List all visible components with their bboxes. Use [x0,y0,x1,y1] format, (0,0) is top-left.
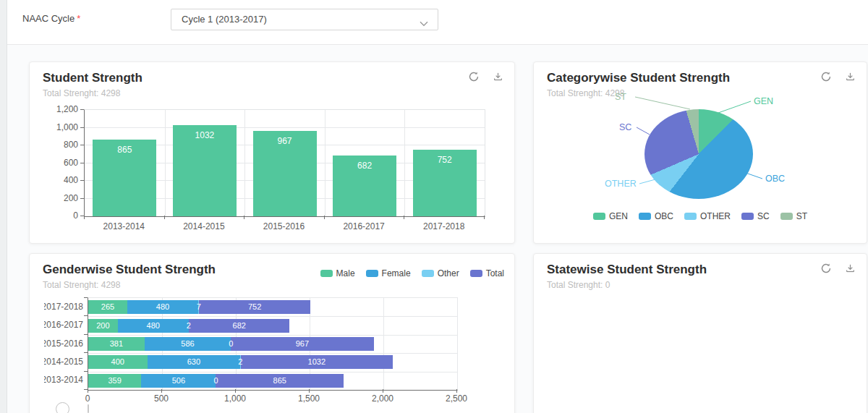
refresh-icon [820,263,832,277]
gender-chart[interactable]: 2654807752200480268238158609674006302103… [30,254,514,413]
y-axis-tick [84,352,88,353]
pie-slice-label: OTHER [605,179,637,189]
naac-cycle-select[interactable]: Cycle 1 (2013-2017) [171,9,438,30]
gridline [244,110,245,216]
clipped-circle-icon[interactable] [56,402,69,413]
legend-swatch [639,213,651,220]
y-axis-tick [84,389,88,390]
required-asterisk: * [77,13,80,24]
category-pie-chart[interactable]: GENOBCOTHERSCST [534,91,867,229]
bar[interactable]: 752 [413,150,477,216]
gridline [383,298,384,390]
x-axis-tick [84,216,85,219]
segment-value-label: 265 [101,302,114,312]
y-axis-category-text: 2015-2016 [44,338,83,349]
y-axis-tick [84,371,88,372]
x-axis-tick [88,389,88,393]
download-button[interactable] [843,264,856,276]
bar-value-label: 1032 [173,130,237,140]
genderwise-card: Genderwise Student Strength Total Streng… [29,253,515,413]
x-axis-tick-label: 0 [66,393,109,404]
gridline [85,127,485,128]
legend-item[interactable]: SC [741,211,770,221]
segment-value-label: 400 [111,357,124,367]
card-title: Categorywise Student Strength [547,71,730,85]
download-icon [845,71,856,85]
x-axis-tick [484,216,485,219]
y-axis-tick [84,334,88,335]
legend-swatch [780,213,793,220]
legend-label: ST [796,211,807,221]
category-legend: GENOBCOTHERSCST [534,211,867,221]
x-axis-tick [324,216,325,219]
card-subtitle: Total Strenght: 0 [547,280,610,290]
legend-item[interactable]: ST [780,211,807,221]
legend-item[interactable]: OBC [639,211,673,221]
pie-leader-line [639,179,655,184]
legend-item[interactable]: OTHER [684,211,731,221]
x-axis-label: 2014-2015 [164,221,244,231]
refresh-icon [820,71,832,85]
segment-value-label: 0 [229,339,233,349]
y-axis-category-label: 2016-2017 [44,319,83,331]
student-bar-plot[interactable]: 8651032967682752 [84,109,485,217]
legend-item[interactable]: GEN [593,211,628,221]
bar[interactable]: 682 [333,156,396,216]
dashboard-screen: NAAC Cycle* Cycle 1 (2013-2017) Student … [0,0,868,413]
y-axis-tick-label: 800 [40,140,78,150]
download-button[interactable] [843,72,856,84]
segment-value-label: 359 [108,376,121,386]
gridline [88,372,457,372]
segment-value-label: 967 [296,339,309,349]
bar-value-label: 682 [333,161,396,171]
chevron-down-icon [420,17,428,30]
pie-slice-label: OBC [765,174,785,184]
gridline [88,316,457,317]
segment-value-label: 480 [156,302,169,312]
refresh-button[interactable] [820,72,833,84]
student-chart[interactable]: 8651032967682752 02004006008001,0001,200… [30,62,514,243]
x-axis-tick [383,389,383,393]
left-edge-strip [0,0,7,413]
y-axis-tick [80,198,84,199]
legend-label: OBC [655,211,673,221]
gridline [165,110,166,216]
pie-leader-line [718,101,751,113]
x-axis-tick [235,389,236,393]
y-axis-tick [80,145,84,145]
bar[interactable]: 865 [93,140,156,216]
gridline [325,110,326,216]
y-axis-tick [80,180,84,181]
bar-value-label: 865 [93,145,156,155]
y-axis-tick-label: 0 [40,210,78,221]
pie-slice-label: ST [615,92,626,102]
x-axis-tick-label: 1,000 [213,393,257,404]
bar-value-label: 967 [253,136,317,146]
y-axis-category-text: 2017-2018 [44,301,83,312]
y-axis-tick [84,297,88,298]
bar[interactable]: 967 [253,131,317,216]
segment-value-label: 381 [110,339,123,349]
y-axis-tick-label: 600 [40,158,78,168]
y-axis-category-label: 2014-2015 [44,356,83,367]
y-axis-category-text: 2014-2015 [44,356,83,367]
bar[interactable]: 1032 [173,125,237,216]
x-axis-tick [164,216,165,219]
y-axis-category-label: 2017-2018 [44,301,83,312]
refresh-button[interactable] [820,264,833,276]
segment-value-label: 630 [187,357,200,367]
x-axis-label: 2013-2014 [84,221,164,231]
segment-value-label: 752 [248,302,261,312]
segment-value-label: 2 [238,357,242,367]
x-axis-tick [404,216,404,219]
x-axis-tick-label: 2,000 [361,393,404,404]
gender-stack-plot[interactable]: 2654807752200480268238158609674006302103… [88,297,458,391]
category-pie[interactable] [644,109,753,199]
segment-value-label: 480 [147,321,160,331]
naac-cycle-select-value: Cycle 1 (2013-2017) [182,14,267,25]
x-axis-tick [161,389,162,393]
x-axis-label: 2016-2017 [324,221,404,231]
y-axis-tick-label: 200 [40,193,78,203]
y-axis-tick-label: 400 [40,175,78,185]
pie-leader-line [746,173,762,179]
